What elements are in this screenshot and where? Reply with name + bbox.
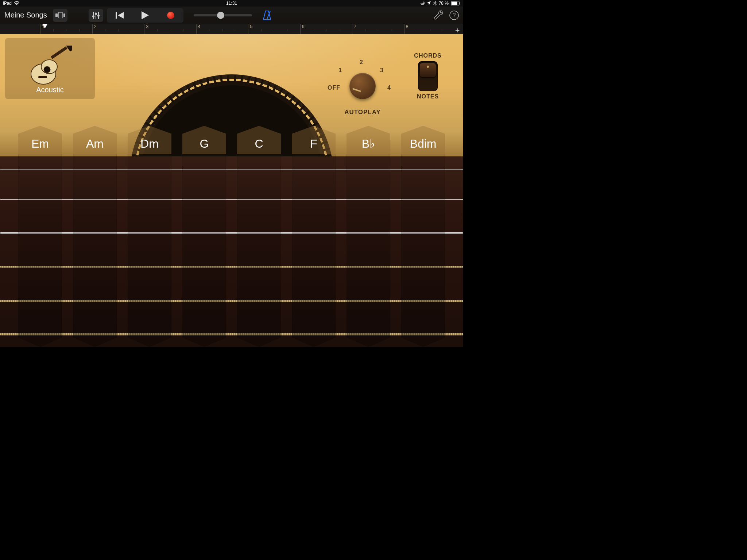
- svg-line-85: [228, 75, 228, 82]
- battery-percent: 78 %: [439, 1, 449, 6]
- chord-strum-area[interactable]: [128, 154, 171, 338]
- master-volume-slider[interactable]: [194, 14, 252, 16]
- chord-foot-icon: [182, 338, 226, 347]
- ruler-tick: [53, 29, 54, 31]
- instrument-name-label: Acoustic: [36, 86, 64, 94]
- ruler-tick: [339, 29, 339, 31]
- mode-switch: CHORDS NOTES: [408, 52, 448, 100]
- chord-strip-f[interactable]: F: [292, 126, 336, 347]
- transport-controls: [107, 8, 183, 23]
- device-name: iPad: [3, 1, 12, 6]
- chord-foot-icon: [401, 338, 445, 347]
- ruler-bar: 3: [144, 24, 148, 34]
- svg-line-89: [254, 78, 256, 85]
- switch-knob-icon: [420, 63, 436, 77]
- svg-line-95: [290, 97, 294, 102]
- my-songs-button[interactable]: Meine Songs: [4, 11, 47, 19]
- chord-strip-bflat[interactable]: B♭: [347, 126, 390, 347]
- autoplay-3-label: 3: [380, 67, 384, 74]
- ruler-tick: [183, 29, 183, 31]
- chord-strip-am[interactable]: Am: [73, 126, 117, 347]
- svg-line-98: [304, 111, 309, 116]
- chord-strum-area[interactable]: [182, 154, 226, 338]
- ruler-tick: [287, 29, 287, 31]
- record-button[interactable]: [158, 8, 183, 23]
- metronome-button[interactable]: [262, 10, 272, 20]
- chord-strip-g[interactable]: G: [182, 126, 226, 347]
- chord-strum-area[interactable]: [73, 154, 117, 338]
- ruler-bar: 4: [196, 24, 201, 34]
- chord-strum-area[interactable]: [401, 154, 445, 338]
- svg-line-80: [194, 82, 196, 89]
- svg-marker-13: [118, 12, 124, 19]
- chord-strip-dm[interactable]: Dm: [128, 126, 171, 347]
- acoustic-guitar-icon: [28, 46, 72, 86]
- status-time: 11:31: [226, 1, 237, 6]
- volume-thumb-icon: [217, 12, 224, 19]
- svg-marker-14: [142, 11, 149, 19]
- ruler-tick: [222, 29, 222, 31]
- svg-line-83: [214, 77, 215, 84]
- svg-text:?: ?: [453, 12, 456, 18]
- ruler-tick: [391, 29, 391, 31]
- ruler-tick: [79, 29, 80, 31]
- svg-line-90: [261, 80, 263, 87]
- svg-line-82: [207, 78, 209, 85]
- chord-strip-em[interactable]: Em: [18, 126, 62, 347]
- instrument-body: Acoustic OFF 1 2 3 4 AUTOPLAY CHORDS NOT…: [0, 34, 463, 156]
- view-tracks-button[interactable]: [53, 9, 67, 22]
- chord-label: G: [182, 126, 226, 154]
- ruler-bar: 8: [404, 24, 409, 34]
- chord-strum-area[interactable]: [18, 154, 62, 338]
- svg-line-72: [150, 117, 155, 121]
- play-button[interactable]: [132, 8, 158, 23]
- chord-label: B♭: [347, 126, 390, 154]
- svg-point-9: [92, 15, 94, 18]
- track-settings-button[interactable]: [89, 9, 103, 22]
- instrument-selector-button[interactable]: Acoustic: [5, 38, 95, 99]
- notes-mode-label: NOTES: [408, 93, 448, 100]
- svg-line-78: [181, 89, 185, 95]
- svg-point-11: [97, 15, 100, 17]
- svg-line-74: [159, 106, 164, 111]
- svg-line-86: [235, 75, 235, 82]
- chord-strip-c[interactable]: C: [237, 126, 281, 347]
- ruler-tick: [365, 29, 365, 31]
- chord-label: Bdim: [401, 126, 445, 154]
- settings-wrench-button[interactable]: [434, 11, 444, 20]
- toolbar: Meine Songs ?: [0, 7, 463, 24]
- svg-line-92: [273, 85, 276, 92]
- chords-notes-toggle[interactable]: [418, 61, 438, 91]
- ruler-tick: [378, 29, 378, 31]
- chord-strum-area[interactable]: [237, 154, 281, 338]
- ruler-tick: [235, 29, 235, 31]
- svg-line-81: [200, 80, 202, 87]
- timeline-ruler[interactable]: ＋ 12345678: [0, 24, 463, 34]
- chord-label: F: [292, 126, 336, 154]
- chord-foot-icon: [292, 338, 336, 347]
- ruler-bar: 7: [352, 24, 356, 34]
- ruler-tick: [66, 29, 66, 31]
- autoplay-knob[interactable]: [349, 73, 376, 99]
- chords-mode-label: CHORDS: [408, 52, 448, 59]
- svg-rect-12: [116, 12, 117, 19]
- add-section-button[interactable]: ＋: [454, 25, 461, 35]
- svg-line-94: [284, 93, 288, 99]
- ruler-tick: [313, 29, 313, 31]
- record-icon: [167, 12, 174, 19]
- autoplay-1-label: 1: [338, 67, 342, 74]
- chord-foot-icon: [128, 338, 171, 347]
- chord-strum-area[interactable]: [347, 154, 390, 338]
- chord-strum-area[interactable]: [292, 154, 336, 338]
- bluetooth-icon: [433, 1, 437, 6]
- ruler-tick: [105, 29, 105, 31]
- chord-strip-bdim[interactable]: Bdim: [401, 126, 445, 347]
- svg-line-91: [267, 82, 270, 89]
- svg-rect-1: [452, 2, 457, 5]
- svg-line-88: [248, 77, 249, 84]
- battery-icon: [451, 1, 460, 5]
- go-to-start-button[interactable]: [107, 8, 132, 23]
- ruler-tick: [261, 29, 262, 31]
- fretboard: [0, 156, 463, 347]
- help-button[interactable]: ?: [449, 11, 459, 20]
